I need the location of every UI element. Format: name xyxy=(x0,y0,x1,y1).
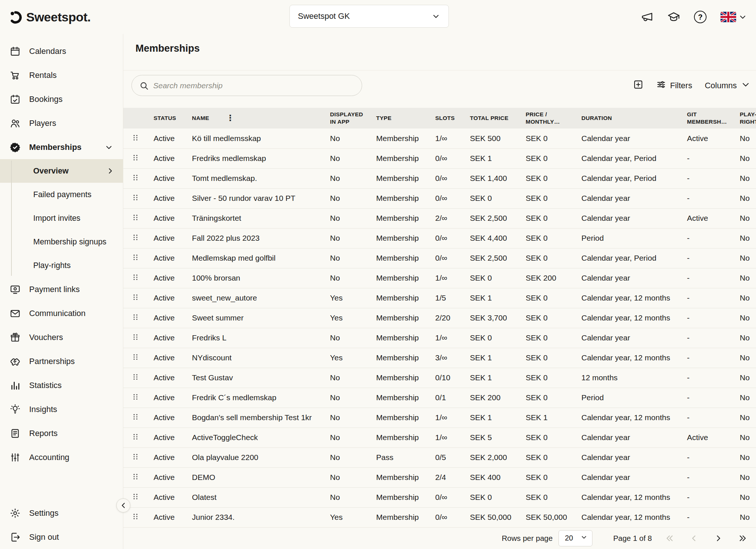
submenu-item-failed-payments[interactable]: Failed payments xyxy=(0,183,123,206)
sidebar-item-accounting[interactable]: Accounting xyxy=(0,445,123,469)
cell-slots: 2/20 xyxy=(429,308,464,328)
drag-handle-icon[interactable] xyxy=(133,374,138,380)
sidebar-item-communication[interactable]: Communication xyxy=(0,301,123,325)
sidebar-item-sign-out[interactable]: Sign out xyxy=(0,525,123,549)
next-page-button[interactable] xyxy=(712,532,725,545)
drag-handle-icon[interactable] xyxy=(133,453,138,460)
sidebar-item-calendars[interactable]: Calendars xyxy=(0,39,123,63)
sidebar-item-reports[interactable]: Reports xyxy=(0,421,123,445)
submenu-item-membership-signups[interactable]: Membership signups xyxy=(0,230,123,254)
columns-button[interactable]: Columns xyxy=(705,79,751,92)
table-row[interactable]: Active Medlemskap med golfbil No Members… xyxy=(123,248,756,268)
drag-handle-icon[interactable] xyxy=(133,354,138,360)
first-page-button[interactable] xyxy=(663,532,676,545)
table-row[interactable]: Active Fall 2022 plus 2023 No Membership… xyxy=(123,228,756,248)
drag-handle-icon[interactable] xyxy=(133,274,138,281)
add-membership-button[interactable] xyxy=(633,79,643,92)
drag-handle-icon[interactable] xyxy=(133,194,138,201)
sidebar-item-payment-links[interactable]: Payment links xyxy=(0,277,123,301)
table-row[interactable]: Active Ola playvalue 2200 No Pass 0/5 SE… xyxy=(123,447,756,467)
table-row[interactable]: Active Fredrik C´s medlemskap No Members… xyxy=(123,388,756,408)
logo[interactable]: Sweetspot. xyxy=(10,10,90,24)
sidebar-item-insights[interactable]: Insights xyxy=(0,397,123,421)
cell-status: Active xyxy=(148,248,186,268)
announcements-button[interactable] xyxy=(641,11,653,23)
sidebar-item-statistics[interactable]: Statistics xyxy=(0,373,123,397)
drag-handle-icon[interactable] xyxy=(133,433,138,440)
table-row[interactable]: Active Junior 2334. Yes Membership 0/∞ S… xyxy=(123,507,756,527)
table-row[interactable]: Active 100% brorsan No Membership 1/∞ SE… xyxy=(123,268,756,288)
sidebar-item-vouchers[interactable]: Vouchers xyxy=(0,325,123,349)
cell-duration: Calendar year xyxy=(575,128,681,148)
submenu-item-overview[interactable]: Overview xyxy=(0,159,123,183)
sidebar-item-partnerships[interactable]: Partnerships xyxy=(0,349,123,373)
sidebar-item-bookings[interactable]: Bookings xyxy=(0,87,123,111)
submenu-item-label: Overview xyxy=(33,167,69,176)
rows-per-page-select[interactable]: 20 xyxy=(559,530,592,546)
chevron-down-icon xyxy=(740,79,751,92)
drag-handle-icon[interactable] xyxy=(133,473,138,480)
table-row[interactable]: Active Träningskortet No Membership 2/∞ … xyxy=(123,208,756,228)
academy-button[interactable] xyxy=(667,11,680,23)
cell-slots: 0/10 xyxy=(429,368,464,388)
drag-handle-icon[interactable] xyxy=(133,154,138,161)
last-page-button[interactable] xyxy=(736,532,749,545)
search-input[interactable] xyxy=(153,81,358,90)
drag-handle-icon[interactable] xyxy=(133,334,138,340)
cell-price-monthly: SEK 0 xyxy=(520,388,575,408)
page-title: Memberships xyxy=(135,43,200,54)
drag-handle-icon[interactable] xyxy=(133,134,138,141)
drag-handle-icon[interactable] xyxy=(133,234,138,241)
sidebar-item-label: Players xyxy=(29,119,56,128)
drag-handle-icon[interactable] xyxy=(133,394,138,400)
table-row[interactable]: Active Sweet summer Yes Membership 2/20 … xyxy=(123,308,756,328)
cell-status: Active xyxy=(148,467,186,487)
help-button[interactable]: ? xyxy=(694,11,707,23)
cell-play-right: No xyxy=(734,268,756,288)
sidebar-item-settings[interactable]: Settings xyxy=(0,501,123,525)
table-row[interactable]: Active Fredriks L No Membership 1/∞ SEK … xyxy=(123,328,756,348)
table-row[interactable]: Active Fredriks medlemskap No Membership… xyxy=(123,148,756,168)
sidebar-item-memberships[interactable]: Memberships xyxy=(0,135,123,159)
drag-handle-icon[interactable] xyxy=(133,254,138,261)
drag-handle-icon[interactable] xyxy=(133,214,138,221)
filters-button[interactable]: Filters xyxy=(656,79,692,92)
drag-handle-icon[interactable] xyxy=(133,414,138,420)
submenu-item-import-invites[interactable]: Import invites xyxy=(0,206,123,230)
cell-git-membership: - xyxy=(681,188,734,208)
cell-name: Kö till medlemsskap xyxy=(186,128,324,148)
submenu-item-play-rights[interactable]: Play-rights xyxy=(0,254,123,277)
sidebar-collapse-button[interactable] xyxy=(116,498,130,512)
table-row[interactable]: Active Olatest No Membership 0/∞ SEK 0 S… xyxy=(123,487,756,507)
cell-git-membership: - xyxy=(681,447,734,467)
column-menu-icon[interactable]: ⋮ xyxy=(226,114,234,122)
cell-play-right: No xyxy=(734,467,756,487)
sidebar-item-rentals[interactable]: Rentals xyxy=(0,63,123,87)
table-row[interactable]: Active Tomt medlemskap. No Membership 0/… xyxy=(123,168,756,188)
cell-status: Active xyxy=(148,128,186,148)
chevron-right-icon xyxy=(714,533,723,543)
table-row[interactable]: Active sweet_new_autore Yes Membership 1… xyxy=(123,288,756,308)
table-row[interactable]: Active Bogdan's sell membership Test 1kr… xyxy=(123,408,756,428)
cell-name: sweet_new_autore xyxy=(186,288,324,308)
calendar-check-icon xyxy=(10,94,21,105)
cell-displayed-in-app: No xyxy=(324,428,370,447)
table-row[interactable]: Active Kö till medlemsskap No Membership… xyxy=(123,128,756,148)
previous-page-button[interactable] xyxy=(687,532,701,545)
language-selector[interactable] xyxy=(721,12,747,22)
sidebar-item-players[interactable]: Players xyxy=(0,111,123,135)
drag-handle-icon[interactable] xyxy=(133,314,138,320)
drag-handle-icon[interactable] xyxy=(133,513,138,520)
table-row[interactable]: Active ActiveToggleCheck No Membership 1… xyxy=(123,428,756,447)
cell-total-price: SEK 3,700 xyxy=(464,308,520,328)
drag-handle-icon[interactable] xyxy=(133,493,138,500)
cell-play-right: No xyxy=(734,148,756,168)
table-row[interactable]: Active DEMO No Membership 2/4 SEK 400 SE… xyxy=(123,467,756,487)
club-selector[interactable]: Sweetspot GK xyxy=(289,5,449,28)
cell-displayed-in-app: Yes xyxy=(324,308,370,328)
table-row[interactable]: Active Silver - 50 rundor varav 10 PT No… xyxy=(123,188,756,208)
drag-handle-icon[interactable] xyxy=(133,294,138,301)
table-row[interactable]: Active NYdiscount Yes Membership 3/∞ SEK… xyxy=(123,348,756,368)
drag-handle-icon[interactable] xyxy=(133,174,138,181)
table-row[interactable]: Active Test Gustav No Membership 0/10 SE… xyxy=(123,368,756,388)
